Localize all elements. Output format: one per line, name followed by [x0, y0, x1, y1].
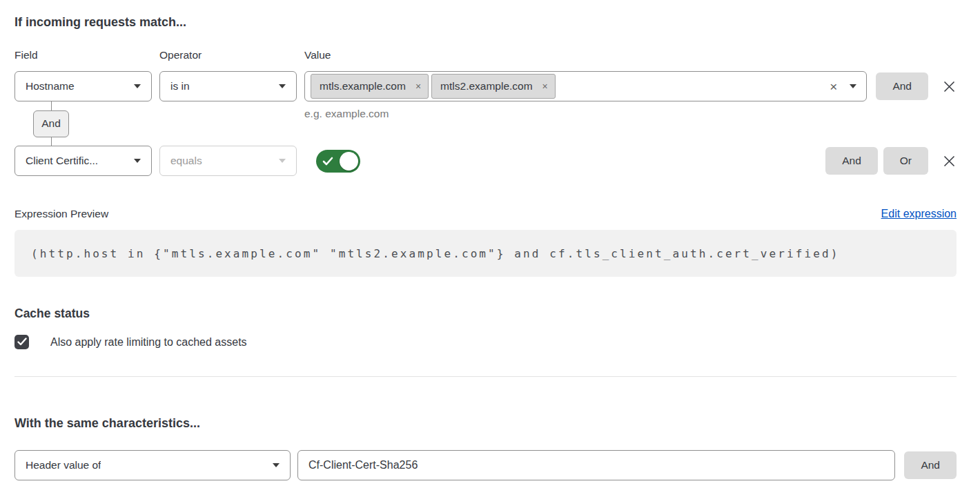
operator-label: Operator: [159, 48, 304, 62]
row-connector-zone: And e.g. example.com: [14, 101, 957, 146]
chevron-down-icon[interactable]: [850, 84, 856, 88]
value-tag-label: mtls2.example.com: [440, 80, 533, 92]
header-name-input[interactable]: [297, 450, 895, 480]
characteristic-select[interactable]: Header value of: [14, 450, 291, 480]
expression-preview-box: (http.host in {"mtls.example.com" "mtls2…: [14, 230, 957, 277]
and-button-characteristics[interactable]: And: [904, 451, 957, 479]
row2-actions: And Or: [825, 147, 957, 175]
match-section-title: If incoming requests match...: [14, 15, 957, 29]
field-select-row1[interactable]: Hostname: [14, 71, 152, 101]
check-icon: [322, 156, 333, 169]
value-multiselect[interactable]: mtls.example.com × mtls2.example.com × ×: [304, 71, 867, 101]
edit-expression-link[interactable]: Edit expression: [881, 207, 957, 221]
operator-select-row1-value: is in: [170, 80, 190, 92]
chevron-down-icon: [134, 159, 141, 163]
chevron-down-icon: [279, 159, 286, 163]
field-select-row2[interactable]: Client Certific...: [14, 146, 152, 176]
condition-row-2: Client Certific... equals And Or: [14, 146, 957, 176]
check-icon: [17, 338, 27, 347]
expression-code: (http.host in {"mtls.example.com" "mtls2…: [31, 247, 839, 260]
value-helper-text: e.g. example.com: [304, 108, 389, 120]
field-select-row1-value: Hostname: [26, 80, 75, 92]
connector-and-chip[interactable]: And: [33, 110, 69, 137]
logic-connector: And: [33, 101, 69, 146]
or-button-row2[interactable]: Or: [883, 147, 928, 175]
operator-select-row1[interactable]: is in: [159, 71, 297, 101]
value-tag-label: mtls.example.com: [320, 80, 406, 92]
operator-select-row2-value: equals: [170, 155, 202, 167]
delete-row2-icon[interactable]: [942, 154, 957, 168]
remove-tag-icon[interactable]: ×: [542, 81, 548, 91]
value-tag: mtls.example.com ×: [311, 74, 429, 99]
cache-checkbox-row: Also apply rate limiting to cached asset…: [14, 335, 957, 349]
remove-tag-icon[interactable]: ×: [415, 81, 421, 91]
toggle-knob: [340, 152, 358, 170]
field-select-row2-value: Client Certific...: [26, 155, 98, 167]
section-divider: [14, 376, 957, 377]
expression-preview-label: Expression Preview: [14, 207, 108, 221]
operator-select-row2: equals: [159, 146, 297, 176]
field-label: Field: [14, 48, 159, 62]
chevron-down-icon: [134, 84, 141, 88]
connector-line: [51, 137, 52, 146]
rate-limit-rule-builder: If incoming requests match... Field Oper…: [0, 0, 980, 497]
chevron-down-icon: [273, 463, 280, 467]
characteristic-select-value: Header value of: [26, 459, 101, 471]
value-label: Value: [304, 48, 449, 62]
condition-row-1: Hostname is in mtls.example.com × mtls2.…: [14, 71, 957, 101]
cached-assets-checkbox[interactable]: [14, 335, 29, 349]
cert-verified-toggle[interactable]: [316, 150, 360, 173]
cached-assets-checkbox-label: Also apply rate limiting to cached asset…: [50, 336, 247, 349]
value-tag: mtls2.example.com ×: [431, 74, 556, 99]
delete-row1-icon[interactable]: [942, 79, 957, 94]
characteristics-row: Header value of And: [14, 450, 957, 480]
and-button-row2[interactable]: And: [825, 147, 878, 175]
connector-line: [51, 101, 52, 110]
cache-status-title: Cache status: [14, 306, 957, 320]
and-button-row1[interactable]: And: [876, 72, 928, 100]
column-labels: Field Operator Value: [14, 48, 957, 62]
expression-header: Expression Preview Edit expression: [14, 207, 957, 221]
characteristics-title: With the same characteristics...: [14, 416, 957, 430]
chevron-down-icon: [279, 84, 286, 88]
clear-values-icon[interactable]: ×: [827, 80, 840, 93]
